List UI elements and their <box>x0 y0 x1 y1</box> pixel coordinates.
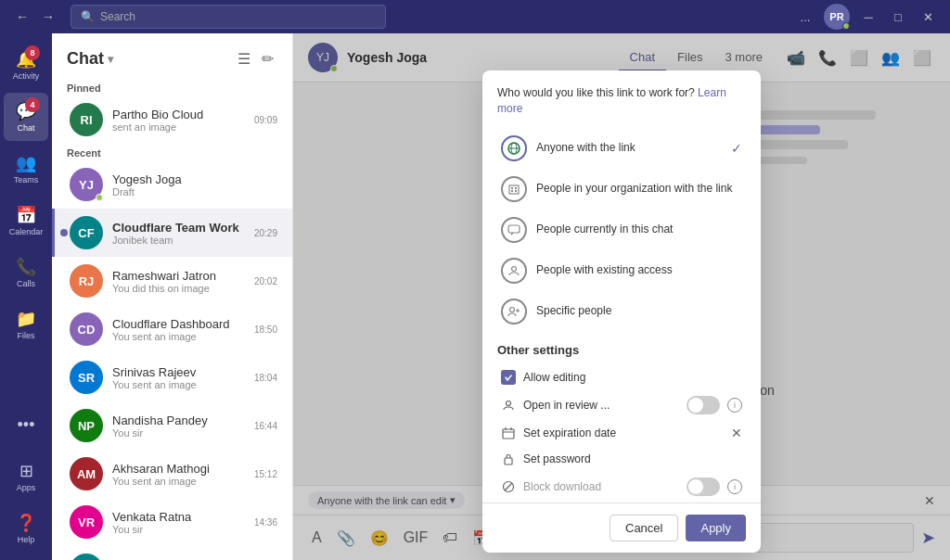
forward-button[interactable]: → <box>37 6 59 28</box>
chat-time: 18:50 <box>254 325 277 335</box>
chat-name: Yogesh Joga <box>112 172 277 186</box>
chat-info: Srinivas Rajeev You sent an image <box>112 365 250 390</box>
link-settings-modal: Who would you like this link to work for… <box>482 70 761 553</box>
more-options-button[interactable]: ... <box>794 6 816 28</box>
main-layout: 🔔 8 Activity 💬 4 Chat 👥 Teams 📅 Calendar… <box>0 33 950 560</box>
chat-info: Cloudflare Team Work Jonibek team <box>112 221 250 246</box>
svg-rect-6 <box>511 190 513 192</box>
list-item[interactable]: AM Akhsaran Mathogi You sent an image 15… <box>52 450 292 498</box>
password-label: Set password <box>523 452 742 465</box>
list-item[interactable]: JM Jyothi Malathi You sir 14:25 <box>52 546 292 560</box>
svg-rect-3 <box>509 185 519 194</box>
chat-label: Chat <box>17 123 34 133</box>
minimize-button[interactable]: ─ <box>857 6 879 28</box>
block-download-setting: Block download i <box>497 472 746 502</box>
help-icon: ❓ <box>16 513 36 533</box>
search-icon: 🔍 <box>81 10 95 23</box>
other-settings-header: Other settings <box>497 343 746 357</box>
sidebar-item-activity[interactable]: 🔔 8 Activity <box>4 41 48 89</box>
modal-overlay: Who would you like this link to work for… <box>293 33 950 560</box>
pinned-section-header: Pinned <box>52 79 292 95</box>
back-button[interactable]: ← <box>11 6 33 28</box>
chat-name: Cloudflare Dashboard <box>112 317 250 331</box>
allow-editing-label: Allow editing <box>523 371 742 384</box>
search-bar[interactable]: 🔍 <box>71 5 386 29</box>
chat-time: 09:09 <box>254 115 277 125</box>
chat-preview: Draft <box>112 186 277 197</box>
apps-label: Apps <box>17 483 36 492</box>
calendar-icon: 📅 <box>16 205 36 225</box>
filter-button[interactable]: ☰ <box>234 46 254 71</box>
chat-list-header: Chat ▾ ☰ ✏ <box>52 33 292 79</box>
checkbox-check-icon <box>504 373 513 382</box>
toggle-knob <box>688 479 703 494</box>
link-option-org[interactable]: People in your organization with the lin… <box>497 169 746 210</box>
sidebar-item-files[interactable]: 📁 Files <box>4 300 48 349</box>
chat-info: Nandisha Pandey You sir <box>112 414 250 439</box>
apply-button[interactable]: Apply <box>686 515 746 541</box>
svg-rect-4 <box>511 187 513 189</box>
svg-point-11 <box>510 307 515 312</box>
list-item[interactable]: NP Nandisha Pandey You sir 16:44 <box>52 401 292 450</box>
remove-expiration-button[interactable]: ✕ <box>731 426 742 440</box>
chat-name: Cloudflare Team Work <box>112 221 250 235</box>
maximize-button[interactable]: □ <box>887 6 909 28</box>
allow-editing-setting[interactable]: Allow editing <box>497 364 746 390</box>
link-option-existing[interactable]: People with existing access <box>497 250 746 291</box>
sidebar-item-calendar[interactable]: 📅 Calendar <box>4 197 48 245</box>
link-option-anyone[interactable]: Anyone with the link ✓ <box>497 128 746 169</box>
chat-avatar: CD <box>70 312 103 346</box>
list-item[interactable]: YJ Yogesh Joga Draft <box>52 160 292 209</box>
list-item[interactable]: RJ Rameshwari Jatron You did this on ima… <box>52 257 292 305</box>
sidebar-item-calls[interactable]: 📞 Calls <box>4 248 48 297</box>
password-setting: Set password <box>497 446 746 472</box>
chat-preview: You sent an image <box>112 476 250 487</box>
building-icon <box>507 183 520 196</box>
new-chat-button[interactable]: ✏ <box>258 46 277 71</box>
sidebar-item-apps[interactable]: ⊞ Apps <box>4 452 48 501</box>
block-download-toggle[interactable] <box>687 477 720 496</box>
open-review-info-icon[interactable]: i <box>727 398 742 413</box>
close-button[interactable]: ✕ <box>917 6 939 28</box>
link-option-chat[interactable]: People currently in this chat <box>497 210 746 250</box>
svg-point-14 <box>507 401 511 405</box>
chat-avatar: RJ <box>70 264 103 298</box>
open-review-setting: Open in review ... i <box>497 390 746 420</box>
user-avatar[interactable]: PR <box>824 4 850 30</box>
open-review-label: Open in review ... <box>523 399 679 412</box>
link-option-specific[interactable]: Specific people <box>497 291 746 332</box>
block-download-info-icon[interactable]: i <box>727 479 742 494</box>
sidebar-item-more[interactable]: ••• <box>4 401 48 449</box>
toggle-knob <box>688 398 703 413</box>
list-item[interactable]: CF Cloudflare Team Work Jonibek team 20:… <box>52 209 292 257</box>
sidebar-item-teams[interactable]: 👥 Teams <box>4 145 48 193</box>
chat-name: Akhsaran Mathogi <box>112 462 250 476</box>
teams-icon: 👥 <box>16 153 36 173</box>
chat-list-title: Chat ▾ <box>67 49 113 69</box>
list-item[interactable]: VR Venkata Ratna You sir 14:36 <box>52 498 292 546</box>
person-icon <box>507 264 520 277</box>
chat-time: 15:12 <box>254 469 277 479</box>
open-review-toggle[interactable] <box>687 396 720 414</box>
allow-editing-checkbox[interactable] <box>501 370 516 385</box>
svg-rect-7 <box>515 190 517 192</box>
title-bar-right: ... PR ─ □ ✕ <box>794 4 939 30</box>
calendar-label: Calendar <box>9 227 44 236</box>
sidebar: 🔔 8 Activity 💬 4 Chat 👥 Teams 📅 Calendar… <box>0 33 52 560</box>
pinned-chat-item[interactable]: RI Partho Bio Cloud sent an image 09:09 <box>52 95 292 144</box>
sidebar-item-help[interactable]: ❓ Help <box>4 504 48 553</box>
chat-info: Yogesh Joga Draft <box>112 172 277 197</box>
svg-rect-19 <box>505 458 512 465</box>
recent-section-header: Recent <box>52 144 292 160</box>
chat-name: Nandisha Pandey <box>112 414 250 427</box>
chat-preview: You sir <box>112 427 250 439</box>
title-bar: ← → 🔍 ... PR ─ □ ✕ <box>0 0 950 33</box>
sidebar-item-chat[interactable]: 💬 4 Chat <box>4 93 48 141</box>
list-item[interactable]: CD Cloudflare Dashboard You sent an imag… <box>52 305 292 353</box>
search-input[interactable] <box>100 10 376 23</box>
block-download-icon <box>501 479 516 494</box>
list-item[interactable]: SR Srinivas Rajeev You sent an image 18:… <box>52 353 292 401</box>
chat-avatar: AM <box>70 457 103 490</box>
navigation-buttons: ← → <box>11 6 59 28</box>
cancel-button[interactable]: Cancel <box>610 515 678 541</box>
